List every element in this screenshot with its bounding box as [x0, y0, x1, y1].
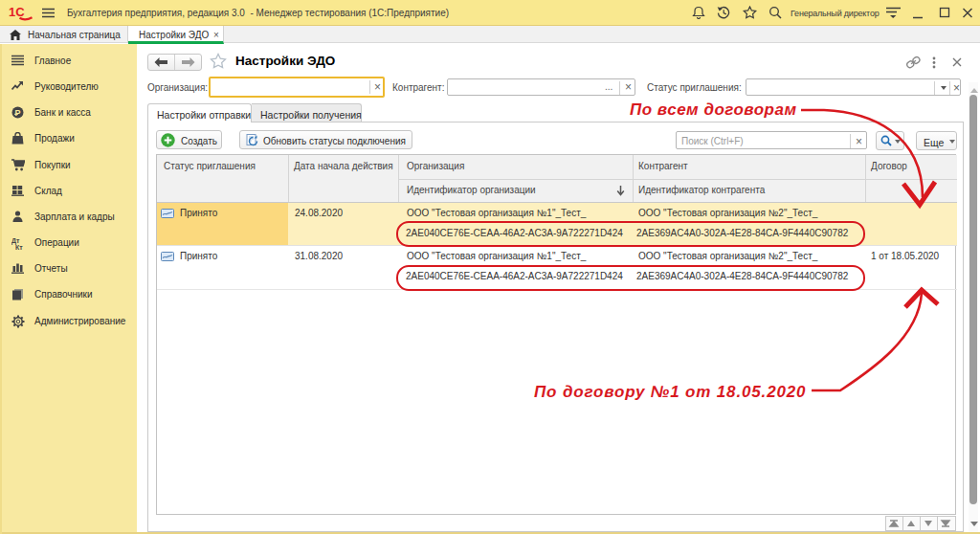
svg-text:Р: Р	[14, 108, 20, 118]
svg-text:Кт: Кт	[15, 244, 23, 251]
svg-text:1С: 1С	[9, 5, 25, 19]
